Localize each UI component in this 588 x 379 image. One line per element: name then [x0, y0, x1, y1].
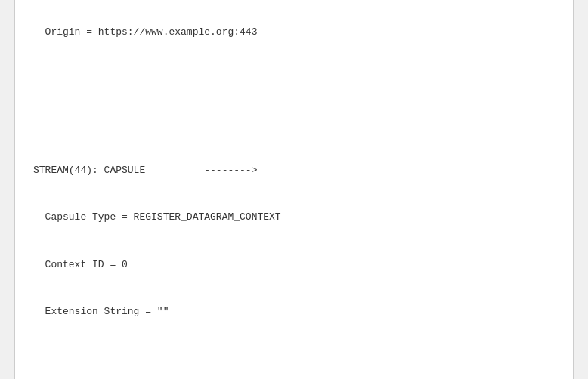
line-capsule: STREAM(44): CAPSULE -------->	[33, 163, 555, 179]
line-origin: Origin = https://www.example.org:443	[33, 25, 555, 41]
section-stream-headers-request: STREAM(44): HEADERS --------> :method = …	[33, 0, 555, 72]
line-capsule-type: Capsule Type = REGISTER_DATAGRAM_CONTEXT	[33, 210, 555, 226]
line-extension-string: Extension String = ""	[33, 304, 555, 320]
code-content: STREAM(44): HEADERS --------> :method = …	[33, 0, 555, 379]
section-stream-capsule: STREAM(44): CAPSULE --------> Capsule Ty…	[33, 131, 555, 351]
line-context-id: Context ID = 0	[33, 257, 555, 273]
diagram-container: Client Server STREAM(44): HEADERS ------…	[14, 0, 574, 379]
